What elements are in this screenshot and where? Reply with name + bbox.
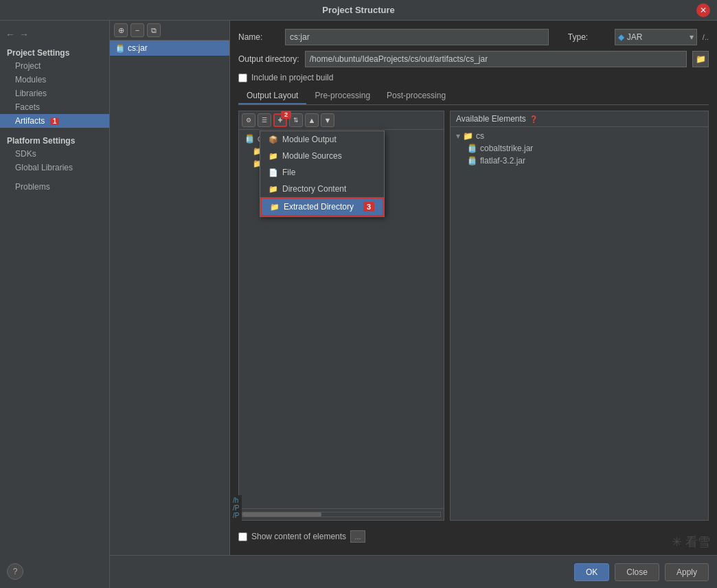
- main-container: ← → Project Settings Project Modules Lib…: [0, 21, 717, 588]
- sidebar: ← → Project Settings Project Modules Lib…: [0, 21, 110, 588]
- avail-expand-icon: ▾: [456, 131, 460, 141]
- ok-button[interactable]: OK: [574, 563, 609, 581]
- platform-settings-label: Platform Settings: [0, 133, 109, 147]
- output-toolbar: ⚙ ☰ + 2 ⇅ ▲ ▼: [239, 111, 444, 130]
- avail-item-cs-root[interactable]: ▾ 📁 cs: [453, 130, 705, 142]
- tab-output-layout[interactable]: Output Layout: [238, 88, 306, 104]
- output-down-btn[interactable]: ▼: [321, 113, 334, 127]
- detail-panel: Name: Type: ◆ JAR ▾ /.. Output directory…: [230, 21, 717, 555]
- show-content-label: Show content of elements: [251, 532, 346, 541]
- dropdown-item-file[interactable]: 📄 File: [260, 164, 384, 181]
- output-add-button[interactable]: + 2: [273, 113, 287, 127]
- avail-item-flatlaf[interactable]: 🫙 flatlaf-3.2.jar: [453, 155, 705, 167]
- extra-path-hint: /..: [703, 33, 709, 41]
- type-label: Type:: [568, 32, 609, 42]
- module-sources-icon: 📁: [269, 152, 278, 161]
- output-sort-btn[interactable]: ⇅: [289, 113, 303, 127]
- output-tree-panel: ⚙ ☰ + 2 ⇅ ▲ ▼ 🫙: [238, 111, 444, 521]
- add-artifact-button[interactable]: ⊕: [114, 23, 128, 37]
- output-dir-label: Output directory:: [238, 54, 299, 64]
- forward-arrow[interactable]: →: [19, 29, 29, 40]
- output-dir-input[interactable]: [305, 51, 687, 67]
- cs-jar-icon: 🫙: [244, 134, 255, 144]
- copy-artifact-button[interactable]: ⧉: [147, 23, 161, 37]
- scrollbar-container: [239, 508, 444, 520]
- sidebar-item-modules[interactable]: Modules: [0, 73, 109, 87]
- type-dropdown-arrow: ▾: [690, 32, 694, 42]
- title-bar: Project Structure ✕: [0, 0, 717, 21]
- output-tree-settings-btn[interactable]: ⚙: [242, 113, 255, 127]
- bottom-bar: ? ✳ 看雪 OK Close Apply: [110, 555, 717, 588]
- sidebar-item-global-libraries[interactable]: Global Libraries: [0, 161, 109, 174]
- artifact-list-panel: ⊕ − ⧉ 🫙 cs:jar: [110, 21, 230, 555]
- tab-pre-processing[interactable]: Pre-processing: [306, 88, 378, 104]
- output-dir-row: Output directory: 📁: [238, 51, 709, 67]
- name-input[interactable]: [285, 29, 549, 45]
- module-output-icon: 📦: [269, 135, 278, 144]
- dropdown-item-extracted-directory[interactable]: 📁 Extracted Directory 3: [260, 197, 384, 216]
- show-content-more-button[interactable]: …: [350, 530, 365, 543]
- available-elements-header: Available Elements ❓: [451, 111, 708, 127]
- show-content-checkbox[interactable]: [238, 532, 247, 541]
- artifacts-badge: 1: [50, 117, 60, 125]
- remove-artifact-button[interactable]: −: [130, 23, 144, 37]
- extracted-dir-icon: 📁: [270, 203, 280, 212]
- artifact-list-item[interactable]: 🫙 cs:jar: [110, 41, 229, 56]
- output-dir-browse-button[interactable]: 📁: [692, 51, 709, 67]
- output-area: ⚙ ☰ + 2 ⇅ ▲ ▼ 🫙: [238, 111, 709, 521]
- output-up-btn[interactable]: ▲: [305, 113, 319, 127]
- tabs-row: Output Layout Pre-processing Post-proces…: [238, 88, 709, 105]
- watermark: ✳ 看雪: [672, 534, 710, 550]
- sidebar-item-libraries[interactable]: Libraries: [0, 87, 109, 100]
- dir-content-icon: 📁: [269, 185, 278, 194]
- close-dialog-button[interactable]: Close: [615, 563, 659, 581]
- show-content-row: Show content of elements …: [238, 526, 709, 547]
- include-checkbox-label: Include in project build: [251, 73, 333, 82]
- artifact-jar-icon: 🫙: [115, 44, 125, 53]
- extracted-step-badge: 3: [363, 202, 374, 212]
- help-button[interactable]: ?: [7, 563, 23, 580]
- sidebar-item-problems[interactable]: Problems: [0, 180, 109, 194]
- add-step-badge: 2: [281, 111, 291, 119]
- dropdown-item-module-output[interactable]: 📦 Module Output: [260, 131, 384, 148]
- avail-jar-icon-1: 🫙: [467, 144, 477, 153]
- dropdown-item-module-sources[interactable]: 📁 Module Sources: [260, 148, 384, 164]
- sidebar-item-sdks[interactable]: SDKs: [0, 147, 109, 161]
- type-icon: ◆: [618, 32, 624, 42]
- output-tree-columns-btn[interactable]: ☰: [258, 113, 271, 127]
- available-tree: ▾ 📁 cs 🫙 cobaltstrike.jar 🫙 flatlaf-3.2.…: [451, 127, 708, 520]
- horizontal-scrollbar[interactable]: [242, 512, 441, 517]
- sidebar-item-artifacts[interactable]: Artifacts 1: [0, 114, 109, 128]
- type-select[interactable]: ◆ JAR ▾: [615, 29, 697, 45]
- dropdown-item-directory-content[interactable]: 📁 Directory Content: [260, 181, 384, 197]
- name-label: Name:: [238, 32, 280, 42]
- apply-button[interactable]: Apply: [665, 563, 709, 581]
- artifact-toolbar: ⊕ − ⧉: [110, 21, 229, 41]
- tab-post-processing[interactable]: Post-processing: [378, 88, 454, 104]
- avail-item-cobaltstrike[interactable]: 🫙 cobaltstrike.jar: [453, 142, 705, 155]
- nav-arrows: ← →: [0, 26, 109, 45]
- avail-jar-icon-2: 🫙: [467, 156, 477, 166]
- content-panels: ⊕ − ⧉ 🫙 cs:jar Name: Type: ◆: [110, 21, 717, 555]
- help-icon: ❓: [530, 115, 538, 123]
- close-button[interactable]: ✕: [696, 3, 710, 17]
- project-settings-label: Project Settings: [0, 45, 109, 59]
- avail-folder-icon: 📁: [463, 131, 473, 141]
- available-elements-panel: Available Elements ❓ ▾ 📁 cs 🫙 cob: [450, 111, 709, 521]
- back-arrow[interactable]: ←: [5, 29, 15, 40]
- sidebar-item-facets[interactable]: Facets: [0, 100, 109, 114]
- name-row: Name: Type: ◆ JAR ▾ /..: [238, 29, 709, 45]
- bottom-hint: /h/P/P: [230, 495, 242, 521]
- sidebar-item-project[interactable]: Project: [0, 59, 109, 73]
- include-checkbox-row: Include in project build: [238, 73, 709, 82]
- file-icon: 📄: [269, 168, 278, 177]
- artifact-item-label: cs:jar: [128, 43, 148, 53]
- dialog-title: Project Structure: [322, 5, 394, 15]
- include-checkbox[interactable]: [238, 74, 247, 82]
- content-area: ⊕ − ⧉ 🫙 cs:jar Name: Type: ◆: [110, 21, 717, 588]
- add-dropdown-menu: 📦 Module Output 📁 Module Sources 📄 File: [260, 131, 385, 217]
- scrollbar-thumb: [242, 512, 321, 517]
